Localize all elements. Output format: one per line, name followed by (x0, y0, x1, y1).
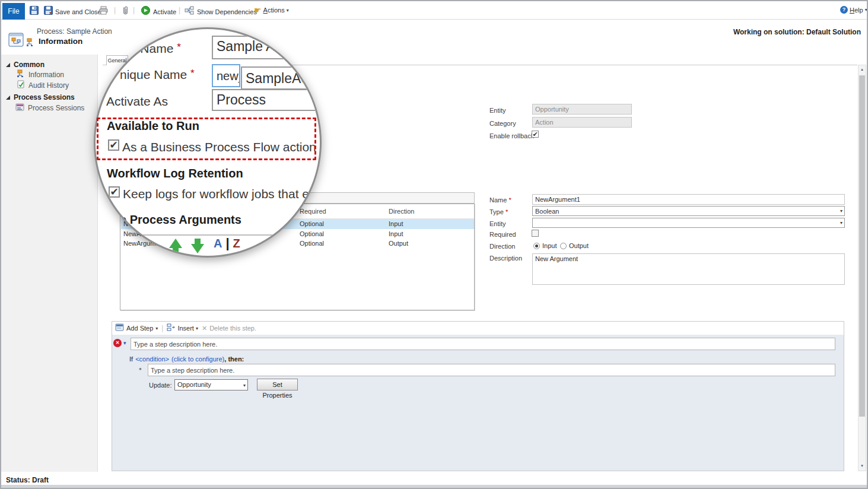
required-label: Required (489, 231, 516, 238)
status-badge: Status: Draft (6, 476, 49, 484)
sidebar-group-label: Process Sessions (14, 93, 75, 101)
delete-step-button[interactable]: ✕ Delete this step. (202, 325, 256, 332)
step-error-icon: ✕ (113, 339, 122, 347)
entity-detail-label: Entity (489, 220, 506, 227)
entity-label: Entity (489, 107, 506, 114)
substep-bullet-icon: ● (139, 366, 142, 371)
direction-radio-input[interactable]: Input (533, 242, 557, 249)
process-name-input-magnified[interactable]: Sample Act (212, 36, 322, 59)
update-entity-select[interactable]: Opportunity▾ (174, 379, 248, 390)
toolbar-separator: | (114, 6, 116, 14)
move-down-icon[interactable] (191, 239, 204, 253)
save-and-close-button[interactable]: x Save and Close (44, 6, 101, 17)
show-dependencies-icon (185, 6, 194, 17)
condition-link[interactable]: <condition> (135, 355, 169, 363)
entity-value-field: Opportunity (532, 104, 632, 115)
entity-select[interactable]: ▾ (532, 218, 845, 228)
attach-button[interactable] (121, 5, 129, 18)
category-label: Category (489, 120, 516, 127)
caret-down-icon: ▾ (865, 7, 867, 12)
vertical-scrollbar[interactable]: ▴ ▾ (858, 65, 866, 471)
set-properties-button[interactable]: Set Properties (257, 379, 298, 390)
actions-icon: ☛ (254, 5, 262, 15)
keep-logs-checkbox[interactable]: ✔ (109, 186, 120, 198)
caret-down-icon: ▾ (840, 220, 842, 226)
unique-name-label-magnified: nique Name * (120, 68, 195, 82)
activate-button[interactable]: Activate (141, 6, 176, 17)
save-button[interactable] (30, 6, 39, 17)
print-button[interactable] (99, 6, 109, 17)
sidebar-item-process-sessions[interactable]: Process Sessions (15, 103, 84, 113)
argument-required: Optional (300, 220, 324, 227)
name-label: Name * (489, 196, 511, 204)
required-mark: * (177, 42, 181, 53)
printer-icon (99, 6, 109, 15)
insert-icon (167, 323, 176, 334)
actions-label: Actions (263, 7, 285, 14)
help-button[interactable]: ? Help ▾ (840, 6, 867, 14)
save-and-close-icon: x (44, 6, 53, 17)
activate-as-input-magnified[interactable]: Process (212, 89, 322, 111)
type-select[interactable]: Boolean▾ (532, 206, 845, 216)
direction-radio-output[interactable]: Output (560, 242, 589, 249)
sort-az-icon[interactable]: A|Z (214, 236, 240, 251)
keep-logs-label: Keep logs for workflow jobs that enco (123, 187, 322, 201)
configure-link[interactable]: (click to configure) (171, 355, 224, 363)
category-value-field: Action (532, 117, 632, 128)
radio-selected-icon (533, 243, 540, 249)
scroll-up-button[interactable]: ▴ (859, 65, 866, 74)
show-dependencies-label: Show Dependencies (197, 8, 257, 15)
step-description-input[interactable]: Type a step description here. (131, 338, 835, 350)
help-icon: ? (840, 6, 848, 14)
direction-output-label: Output (569, 242, 589, 249)
add-step-label: Add Step (126, 325, 153, 332)
unique-name-prefix-magnified: new_ (212, 64, 240, 87)
enable-rollback-checkbox[interactable]: ✔ (532, 131, 539, 138)
substep-description-input[interactable]: Type a step description here. (148, 364, 835, 376)
paperclip-icon (121, 5, 129, 15)
enable-rollback-label: Enable rollback (489, 132, 534, 139)
save-and-close-label: Save and Close (55, 8, 101, 15)
show-dependencies-button[interactable]: Show Dependencies (185, 6, 257, 17)
process-arguments-heading-magnified: e Process Arguments (120, 213, 241, 227)
actions-button[interactable]: ☛ Actions ▾ (254, 5, 289, 15)
move-up-icon[interactable] (169, 239, 182, 253)
information-icon (26, 38, 35, 49)
collapse-triangle-icon (6, 96, 10, 100)
caret-down-icon: ▾ (155, 326, 158, 331)
sidebar-item-label: Process Sessions (28, 104, 84, 112)
help-label: Help (850, 7, 863, 14)
unique-name-input-magnified[interactable]: SampleActi (241, 66, 322, 90)
add-step-button[interactable]: Add Step ▾ (115, 323, 158, 334)
required-checkbox[interactable] (532, 230, 539, 237)
scrollbar-thumb[interactable] (859, 75, 865, 417)
sidebar-item-audit-history[interactable]: Audit History (17, 80, 69, 91)
if-label: If (129, 355, 133, 363)
argument-required: Optional (300, 240, 324, 247)
sidebar-item-information[interactable]: Information (17, 69, 64, 80)
collapse-triangle-icon (6, 63, 10, 67)
step-expand-caret-icon[interactable]: ▾ (123, 340, 126, 346)
argument-required: Optional (300, 230, 324, 237)
sidebar-group-common[interactable]: Common (6, 61, 44, 69)
required-mark: * (190, 68, 195, 79)
toolbar-separator: | (133, 6, 135, 14)
column-header-direction[interactable]: Direction (389, 208, 414, 215)
condition-line: If <condition> (click to configure) , th… (129, 355, 244, 363)
save-icon (30, 6, 39, 15)
bottom-strip (1, 485, 867, 489)
name-input[interactable]: NewArgument1 (532, 194, 845, 205)
insert-button[interactable]: Insert ▾ (167, 323, 198, 334)
app-window: File x Save and Close | | Activate | Sho… (0, 0, 868, 489)
required-mark: * (505, 208, 508, 215)
description-textarea[interactable]: New Argument (532, 253, 845, 285)
column-header-required[interactable]: Required (300, 208, 326, 215)
description-label: Description (489, 255, 522, 262)
scroll-down-button[interactable]: ▾ (859, 462, 866, 471)
sidebar-group-process-sessions[interactable]: Process Sessions (6, 93, 75, 101)
argument-direction: Input (389, 220, 403, 227)
file-tab[interactable]: File (2, 3, 25, 20)
highlight-dashed-box (97, 118, 316, 160)
process-window-icon (8, 32, 24, 50)
update-label: Update: (149, 382, 172, 389)
